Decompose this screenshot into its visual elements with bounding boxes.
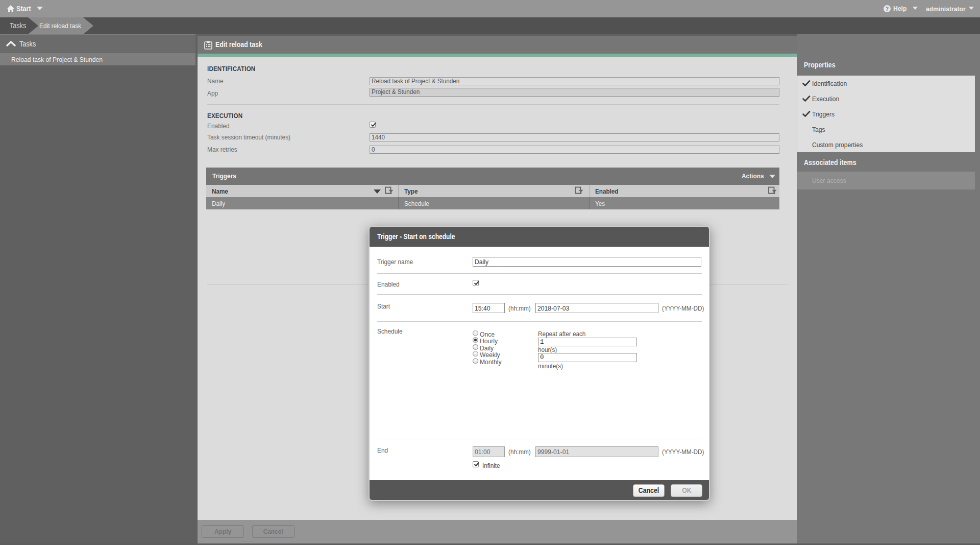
svg-text:?: ? <box>886 6 889 12</box>
